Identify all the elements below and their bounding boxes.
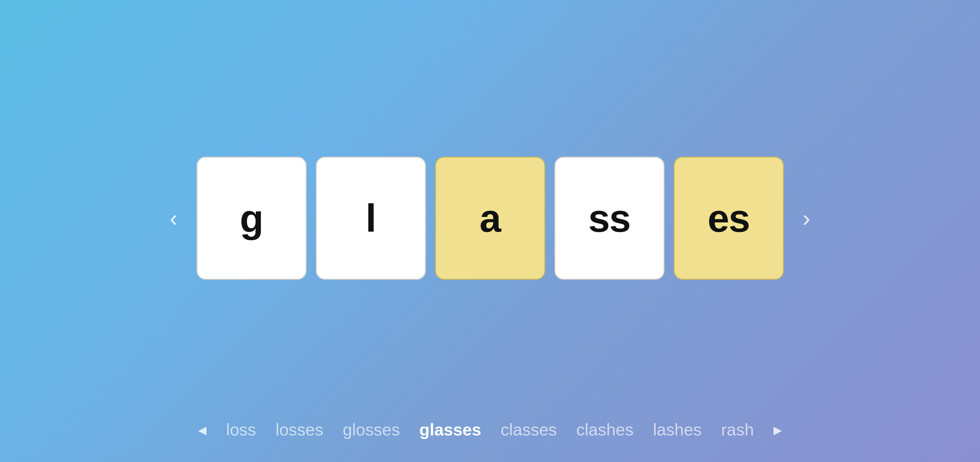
card-a[interactable]: a bbox=[435, 156, 545, 280]
word-classes[interactable]: classes bbox=[501, 420, 557, 439]
next-arrow[interactable]: › bbox=[793, 200, 820, 236]
cards-row: ‹ g l a ss es › bbox=[160, 156, 820, 280]
card-g[interactable]: g bbox=[196, 156, 307, 280]
word-rash[interactable]: rash bbox=[721, 420, 754, 439]
word-glasses[interactable]: glasses bbox=[420, 420, 481, 439]
bottom-next-arrow[interactable]: ▸ bbox=[773, 420, 782, 439]
card-ss[interactable]: ss bbox=[554, 156, 665, 280]
bottom-nav: ◂ loss losses glosses glasses classes cl… bbox=[0, 410, 980, 449]
word-glosses[interactable]: glosses bbox=[343, 420, 400, 439]
word-losses[interactable]: losses bbox=[275, 420, 323, 439]
bottom-prev-arrow[interactable]: ◂ bbox=[198, 420, 207, 439]
main-area: ‹ g l a ss es › bbox=[0, 0, 980, 462]
word-lashes[interactable]: lashes bbox=[653, 420, 702, 439]
word-loss[interactable]: loss bbox=[226, 420, 256, 439]
card-es[interactable]: es bbox=[674, 156, 784, 280]
card-l[interactable]: l bbox=[316, 156, 426, 280]
word-clashes[interactable]: clashes bbox=[576, 420, 633, 439]
prev-arrow[interactable]: ‹ bbox=[160, 200, 188, 236]
